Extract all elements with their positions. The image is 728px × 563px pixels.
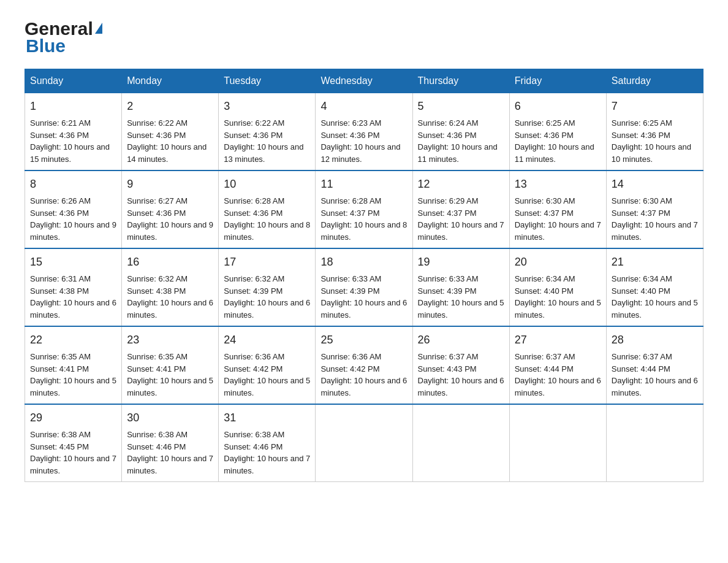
daylight-label: Daylight: 10 hours and 6 minutes. bbox=[224, 298, 310, 320]
sunset-label: Sunset: 4:46 PM bbox=[127, 442, 186, 451]
daylight-label: Daylight: 10 hours and 13 minutes. bbox=[224, 142, 303, 164]
sunset-label: Sunset: 4:37 PM bbox=[515, 209, 574, 218]
day-number: 27 bbox=[515, 332, 601, 348]
sunrise-label: Sunrise: 6:34 AM bbox=[515, 274, 575, 283]
sunset-label: Sunset: 4:39 PM bbox=[224, 286, 282, 296]
daylight-label: Daylight: 10 hours and 6 minutes. bbox=[418, 376, 504, 397]
logo-blue-text: Blue bbox=[25, 36, 66, 56]
logo: General Blue bbox=[25, 18, 102, 56]
sunset-label: Sunset: 4:43 PM bbox=[418, 364, 477, 373]
calendar-cell: 30Sunrise: 6:38 AMSunset: 4:46 PMDayligh… bbox=[122, 404, 219, 482]
sunset-label: Sunset: 4:39 PM bbox=[320, 286, 379, 296]
sunrise-label: Sunrise: 6:36 AM bbox=[320, 352, 381, 361]
calendar-cell bbox=[606, 404, 703, 482]
page-header: General Blue bbox=[25, 18, 703, 56]
day-number: 15 bbox=[30, 254, 116, 270]
calendar-cell: 26Sunrise: 6:37 AMSunset: 4:43 PMDayligh… bbox=[412, 326, 509, 404]
day-number: 24 bbox=[224, 332, 310, 348]
day-number: 26 bbox=[418, 332, 504, 348]
daylight-label: Daylight: 10 hours and 9 minutes. bbox=[30, 220, 116, 242]
daylight-label: Daylight: 10 hours and 6 minutes. bbox=[127, 298, 213, 320]
calendar-week-row: 29Sunrise: 6:38 AMSunset: 4:45 PMDayligh… bbox=[25, 404, 703, 482]
sunset-label: Sunset: 4:39 PM bbox=[418, 286, 477, 296]
calendar-week-row: 15Sunrise: 6:31 AMSunset: 4:38 PMDayligh… bbox=[25, 248, 703, 326]
sunrise-label: Sunrise: 6:37 AM bbox=[418, 352, 479, 361]
day-number: 30 bbox=[127, 410, 213, 426]
sunrise-label: Sunrise: 6:24 AM bbox=[418, 118, 479, 128]
calendar-cell: 11Sunrise: 6:28 AMSunset: 4:37 PMDayligh… bbox=[316, 170, 412, 248]
calendar-cell bbox=[509, 404, 606, 482]
daylight-label: Daylight: 10 hours and 7 minutes. bbox=[127, 454, 213, 475]
sunrise-label: Sunrise: 6:38 AM bbox=[30, 430, 91, 439]
sunset-label: Sunset: 4:36 PM bbox=[515, 131, 574, 140]
sunset-label: Sunset: 4:41 PM bbox=[127, 364, 186, 373]
day-number: 16 bbox=[127, 254, 213, 270]
logo-triangle-icon bbox=[95, 23, 102, 34]
calendar-cell: 4Sunrise: 6:23 AMSunset: 4:36 PMDaylight… bbox=[316, 93, 412, 171]
calendar-cell: 15Sunrise: 6:31 AMSunset: 4:38 PMDayligh… bbox=[25, 248, 122, 326]
calendar-cell: 19Sunrise: 6:33 AMSunset: 4:39 PMDayligh… bbox=[412, 248, 509, 326]
daylight-label: Daylight: 10 hours and 7 minutes. bbox=[515, 220, 601, 242]
daylight-label: Daylight: 10 hours and 8 minutes. bbox=[320, 220, 407, 242]
calendar-cell: 1Sunrise: 6:21 AMSunset: 4:36 PMDaylight… bbox=[25, 93, 122, 171]
sunrise-label: Sunrise: 6:29 AM bbox=[418, 196, 479, 205]
sunset-label: Sunset: 4:40 PM bbox=[515, 286, 574, 296]
sunrise-label: Sunrise: 6:38 AM bbox=[224, 430, 284, 439]
calendar-cell: 9Sunrise: 6:27 AMSunset: 4:36 PMDaylight… bbox=[122, 170, 219, 248]
day-number: 13 bbox=[515, 176, 601, 193]
daylight-label: Daylight: 10 hours and 6 minutes. bbox=[320, 298, 407, 320]
sunset-label: Sunset: 4:46 PM bbox=[224, 442, 282, 451]
day-number: 22 bbox=[30, 332, 116, 348]
calendar-week-row: 8Sunrise: 6:26 AMSunset: 4:36 PMDaylight… bbox=[25, 170, 703, 248]
day-number: 10 bbox=[224, 176, 310, 193]
sunset-label: Sunset: 4:37 PM bbox=[418, 209, 477, 218]
daylight-label: Daylight: 10 hours and 6 minutes. bbox=[320, 376, 407, 397]
calendar-cell: 13Sunrise: 6:30 AMSunset: 4:37 PMDayligh… bbox=[509, 170, 606, 248]
weekday-header-thursday: Thursday bbox=[412, 69, 509, 93]
day-number: 17 bbox=[224, 254, 310, 270]
daylight-label: Daylight: 10 hours and 6 minutes. bbox=[515, 376, 601, 397]
sunset-label: Sunset: 4:36 PM bbox=[127, 131, 186, 140]
calendar-cell: 10Sunrise: 6:28 AMSunset: 4:36 PMDayligh… bbox=[219, 170, 316, 248]
day-number: 19 bbox=[418, 254, 504, 270]
day-number: 9 bbox=[127, 176, 213, 193]
sunrise-label: Sunrise: 6:30 AM bbox=[612, 196, 672, 205]
day-number: 18 bbox=[320, 254, 407, 270]
calendar-cell: 16Sunrise: 6:32 AMSunset: 4:38 PMDayligh… bbox=[122, 248, 219, 326]
calendar-cell: 22Sunrise: 6:35 AMSunset: 4:41 PMDayligh… bbox=[25, 326, 122, 404]
sunrise-label: Sunrise: 6:32 AM bbox=[224, 274, 284, 283]
sunrise-label: Sunrise: 6:38 AM bbox=[127, 430, 188, 439]
sunset-label: Sunset: 4:36 PM bbox=[320, 131, 379, 140]
daylight-label: Daylight: 10 hours and 12 minutes. bbox=[320, 142, 400, 164]
daylight-label: Daylight: 10 hours and 5 minutes. bbox=[612, 298, 698, 320]
sunset-label: Sunset: 4:40 PM bbox=[612, 286, 670, 296]
daylight-label: Daylight: 10 hours and 6 minutes. bbox=[612, 376, 698, 397]
calendar-cell: 18Sunrise: 6:33 AMSunset: 4:39 PMDayligh… bbox=[316, 248, 412, 326]
sunset-label: Sunset: 4:36 PM bbox=[127, 209, 186, 218]
day-number: 1 bbox=[30, 98, 116, 115]
day-number: 2 bbox=[127, 98, 213, 115]
calendar-cell: 5Sunrise: 6:24 AMSunset: 4:36 PMDaylight… bbox=[412, 93, 509, 171]
calendar-cell: 28Sunrise: 6:37 AMSunset: 4:44 PMDayligh… bbox=[606, 326, 703, 404]
calendar-cell: 6Sunrise: 6:25 AMSunset: 4:36 PMDaylight… bbox=[509, 93, 606, 171]
daylight-label: Daylight: 10 hours and 5 minutes. bbox=[418, 298, 504, 320]
sunrise-label: Sunrise: 6:25 AM bbox=[515, 118, 575, 128]
day-number: 29 bbox=[30, 410, 116, 426]
sunrise-label: Sunrise: 6:28 AM bbox=[224, 196, 284, 205]
weekday-header-monday: Monday bbox=[122, 69, 219, 93]
day-number: 3 bbox=[224, 98, 310, 115]
sunrise-label: Sunrise: 6:37 AM bbox=[612, 352, 672, 361]
weekday-header-sunday: Sunday bbox=[25, 69, 122, 93]
day-number: 12 bbox=[418, 176, 504, 193]
daylight-label: Daylight: 10 hours and 7 minutes. bbox=[418, 220, 504, 242]
calendar-cell: 25Sunrise: 6:36 AMSunset: 4:42 PMDayligh… bbox=[316, 326, 412, 404]
sunset-label: Sunset: 4:38 PM bbox=[127, 286, 186, 296]
daylight-label: Daylight: 10 hours and 5 minutes. bbox=[30, 376, 116, 397]
sunset-label: Sunset: 4:42 PM bbox=[320, 364, 379, 373]
daylight-label: Daylight: 10 hours and 8 minutes. bbox=[224, 220, 310, 242]
calendar-cell: 29Sunrise: 6:38 AMSunset: 4:45 PMDayligh… bbox=[25, 404, 122, 482]
calendar-cell bbox=[412, 404, 509, 482]
weekday-header-wednesday: Wednesday bbox=[316, 69, 412, 93]
day-number: 5 bbox=[418, 98, 504, 115]
sunrise-label: Sunrise: 6:36 AM bbox=[224, 352, 284, 361]
